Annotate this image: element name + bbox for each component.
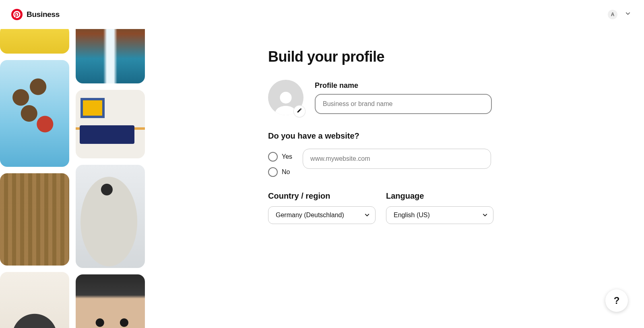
collage-pin	[0, 173, 69, 266]
radio-label: No	[282, 168, 290, 176]
pencil-icon	[297, 108, 302, 115]
question-mark-icon: ?	[614, 295, 620, 306]
radio-icon	[268, 167, 278, 177]
brand-logo[interactable]: Business	[11, 9, 60, 20]
website-input[interactable]	[303, 149, 491, 169]
language-label: Language	[386, 191, 493, 201]
collage-pin	[76, 165, 145, 268]
country-value: Germany (Deutschland)	[276, 212, 344, 219]
radio-label: Yes	[282, 153, 292, 160]
page-title: Build your profile	[268, 48, 493, 65]
website-radio-group: Yes No	[268, 149, 292, 177]
account-menu-button[interactable]	[623, 10, 633, 19]
collage-pin	[0, 272, 69, 328]
collage-pin	[76, 274, 145, 328]
collage-pin	[0, 60, 69, 167]
country-select[interactable]: Germany (Deutschland)	[268, 206, 376, 224]
edit-avatar-button[interactable]	[294, 106, 305, 117]
brand-text: Business	[27, 10, 60, 19]
chevron-down-icon	[364, 212, 370, 218]
website-row: Yes No	[268, 149, 493, 177]
profile-name-row: Profile name	[268, 80, 493, 115]
profile-name-input[interactable]	[315, 94, 492, 114]
locale-row: Country / region Germany (Deutschland) L…	[268, 191, 493, 224]
website-radio-yes[interactable]: Yes	[268, 152, 292, 162]
website-question: Do you have a website?	[268, 131, 493, 141]
website-radio-no[interactable]: No	[268, 167, 292, 177]
radio-icon	[268, 152, 278, 162]
header: Business A	[0, 0, 644, 29]
profile-name-label: Profile name	[315, 81, 493, 90]
language-select[interactable]: English (US)	[386, 206, 493, 224]
profile-avatar-wrap	[268, 80, 303, 115]
profile-form: Build your profile Profile name Do you h…	[268, 48, 493, 224]
pinterest-logo-icon	[11, 9, 23, 20]
onboarding-image-collage	[0, 29, 145, 328]
chevron-down-icon	[625, 10, 631, 19]
collage-pin	[0, 25, 69, 54]
language-value: English (US)	[394, 212, 430, 219]
country-label: Country / region	[268, 191, 376, 201]
account-avatar[interactable]: A	[608, 10, 617, 19]
collage-pin	[76, 90, 145, 159]
header-right: A	[608, 10, 633, 19]
help-button[interactable]: ?	[605, 289, 628, 312]
chevron-down-icon	[482, 212, 488, 218]
